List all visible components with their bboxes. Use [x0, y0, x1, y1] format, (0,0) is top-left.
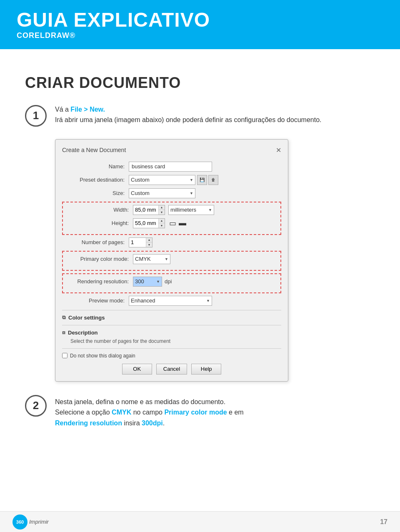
dialog-width-row: Width: ▲ ▼ millimeters [66, 205, 277, 215]
no-show-row: Do not show this dialog again [62, 353, 281, 359]
color-settings-section[interactable]: ⧉ Color settings [62, 315, 281, 321]
description-section[interactable]: ⧈ Description [62, 330, 281, 336]
separator-1 [62, 310, 281, 310]
dialog-name-row: Name: [62, 162, 281, 172]
description-text: Select the number of pages for the docum… [70, 338, 281, 344]
preset-select-wrapper[interactable]: Custom [129, 175, 195, 185]
page-header: GUIA EXPLICATIVO CORELDRAW® [0, 0, 400, 49]
description-label: Description [68, 330, 98, 336]
step-1: 1 Vá a File > New. Irá abrir uma janela … [25, 104, 375, 127]
color-settings-arrow: ⧉ [62, 315, 66, 320]
preset-label: Preset destination: [62, 177, 129, 183]
pages-input[interactable] [129, 238, 146, 247]
separator-2 [62, 325, 281, 325]
pages-spin-btns: ▲ ▼ [146, 238, 152, 247]
unit-select[interactable]: millimeters [168, 205, 214, 215]
logo-360-text: 360 [16, 520, 24, 525]
pages-spin-down[interactable]: ▼ [146, 242, 152, 247]
header-title: GUIA EXPLICATIVO [17, 9, 383, 31]
dialog-preview-row: Preview mode: Enhanced [62, 296, 281, 306]
color-mode-section: Primary color mode: CMYK [62, 251, 281, 271]
cancel-button[interactable]: Cancel [156, 364, 187, 375]
create-document-dialog: Create a New Document ✕ Name: Preset des… [55, 139, 288, 382]
page-number: 17 [380, 518, 388, 526]
step-1-line1: Vá a File > New. [55, 104, 321, 115]
step-2-text: Nesta janela, defina o nome e as medidas… [55, 397, 244, 429]
no-show-checkbox[interactable] [62, 353, 68, 358]
step-2-line2: Selecione a opção CMYK no campo Primary … [55, 407, 244, 428]
dialog-resolution-row: Rendering resolution: 300 dpi [66, 277, 277, 287]
color-mode-select[interactable]: CMYK [133, 254, 170, 264]
height-label: Height: [66, 220, 133, 226]
step-1-line2: Irá abrir uma janela (imagem abaixo) ond… [55, 115, 321, 125]
width-spin-down[interactable]: ▼ [159, 210, 165, 215]
preview-select-wrapper[interactable]: Enhanced [129, 296, 212, 306]
step-2-line1: Nesta janela, defina o nome e as medidas… [55, 397, 244, 407]
color-settings-label: Color settings [68, 315, 105, 321]
dimensions-section: Width: ▲ ▼ millimeters [62, 202, 281, 235]
ok-button[interactable]: OK [122, 364, 152, 375]
width-label: Width: [66, 207, 133, 213]
logo-circle: 360 [12, 515, 28, 530]
pages-spin-up[interactable]: ▲ [146, 238, 152, 242]
dialog-buttons: OK Cancel Help [62, 364, 281, 375]
step-1-text: Vá a File > New. Irá abrir uma janela (i… [55, 104, 321, 125]
dialog-titlebar: Create a New Document ✕ [62, 146, 281, 156]
dialog-preset-row: Preset destination: Custom 💾 🗑 [62, 175, 281, 185]
size-select-wrapper[interactable]: Custom [129, 188, 195, 198]
preview-select[interactable]: Enhanced [129, 296, 212, 306]
width-spinbox[interactable]: ▲ ▼ [133, 205, 165, 215]
size-label: Size: [62, 190, 129, 196]
unit-select-wrapper[interactable]: millimeters [168, 205, 214, 215]
landscape-icon[interactable]: ▬ [179, 219, 186, 227]
step-1-number: 1 [25, 105, 47, 127]
name-label: Name: [62, 163, 129, 170]
dialog-wrapper: Create a New Document ✕ Name: Preset des… [55, 139, 375, 382]
width-spin-btns: ▲ ▼ [158, 205, 165, 215]
dialog-color-mode-row: Primary color mode: CMYK [66, 254, 277, 264]
name-input[interactable] [129, 162, 212, 172]
save-preset-icon[interactable]: 💾 [197, 175, 207, 185]
pages-spinbox[interactable]: ▲ ▼ [129, 237, 152, 247]
width-input[interactable] [133, 205, 158, 215]
dialog-height-row: Height: ▲ ▼ ▭ ▬ [66, 218, 277, 228]
help-button[interactable]: Help [191, 364, 221, 375]
main-content: CRIAR DOCUMENTO 1 Vá a File > New. Irá a… [0, 49, 400, 458]
height-spin-up[interactable]: ▲ [159, 219, 165, 223]
preset-select[interactable]: Custom [129, 175, 195, 185]
preview-label: Preview mode: [62, 297, 129, 304]
portrait-icon[interactable]: ▭ [169, 219, 176, 228]
color-mode-select-wrapper[interactable]: CMYK [133, 254, 170, 264]
pages-label: Number of pages: [62, 239, 129, 245]
color-mode-label: Primary color mode: [66, 256, 133, 262]
resolution-label: Rendering resolution: [66, 278, 133, 285]
height-input[interactable] [133, 219, 158, 228]
step-2-number: 2 [25, 395, 47, 417]
size-select[interactable]: Custom [129, 188, 195, 198]
section-title: CRIAR DOCUMENTO [25, 74, 375, 92]
step-2: 2 Nesta janela, defina o nome e as medid… [25, 394, 375, 429]
width-spin-up[interactable]: ▲ [159, 205, 165, 210]
description-arrow: ⧈ [62, 330, 65, 335]
height-spinbox[interactable]: ▲ ▼ [133, 218, 165, 228]
close-icon[interactable]: ✕ [276, 146, 281, 154]
dialog-size-row: Size: Custom [62, 188, 281, 198]
height-spin-btns: ▲ ▼ [158, 219, 165, 228]
height-spin-down[interactable]: ▼ [159, 223, 165, 228]
page-footer: 360 Imprimir 17 [0, 511, 400, 532]
resolution-unit: dpi [165, 278, 172, 285]
separator-3 [62, 348, 281, 349]
resolution-select-wrapper[interactable]: 300 [133, 277, 162, 287]
no-show-label: Do not show this dialog again [70, 353, 135, 359]
dialog-title: Create a New Document [62, 147, 126, 153]
delete-preset-icon[interactable]: 🗑 [208, 175, 218, 185]
resolution-select[interactable]: 300 [133, 277, 162, 287]
header-subtitle: CORELDRAW® [17, 31, 383, 40]
logo-brand-text: Imprimir [29, 519, 49, 525]
dialog-pages-row: Number of pages: ▲ ▼ [62, 237, 281, 247]
footer-logo: 360 Imprimir [12, 515, 49, 530]
resolution-section: Rendering resolution: 300 dpi [62, 273, 281, 293]
